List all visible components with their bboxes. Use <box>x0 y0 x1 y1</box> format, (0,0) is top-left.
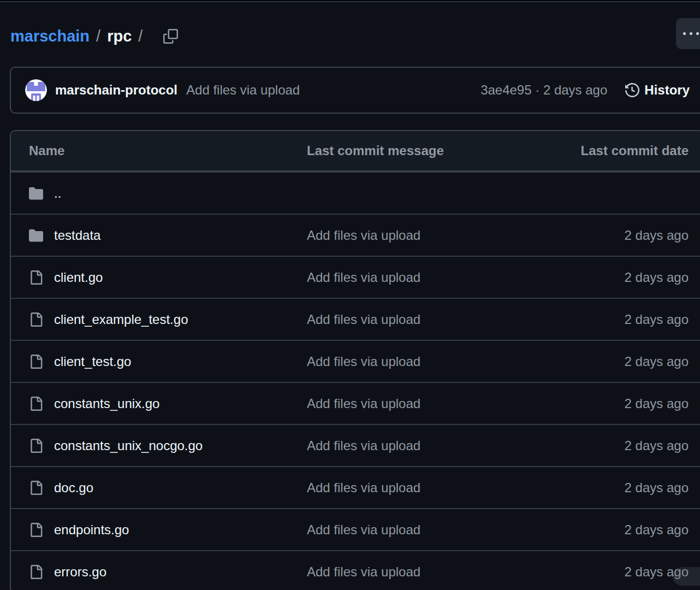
file-link[interactable]: client_example_test.go <box>54 312 188 327</box>
row-commit-date: 2 days ago <box>569 438 700 453</box>
kebab-horizontal-icon <box>683 32 686 35</box>
row-commit-message-link[interactable]: Add files via upload <box>307 564 420 579</box>
breadcrumb-current-folder: rpc <box>107 23 132 49</box>
top-border-strip <box>0 0 700 2</box>
file-link[interactable]: constants_unix_nocgo.go <box>54 438 203 453</box>
file-link[interactable]: constants_unix.go <box>54 396 159 411</box>
row-commit-message-link[interactable]: Add files via upload <box>307 228 420 243</box>
commit-author-link[interactable]: marschain-protocol <box>55 82 177 98</box>
table-row[interactable]: client_example_test.go Add files via upl… <box>11 298 700 340</box>
row-commit-date: 2 days ago <box>569 522 700 538</box>
row-commit-message-link[interactable]: Add files via upload <box>307 270 420 285</box>
header-name: Name <box>11 143 307 158</box>
faint-overlay-badge <box>673 567 700 586</box>
header-last-commit-date: Last commit date <box>569 143 700 158</box>
row-commit-message-link[interactable]: Add files via upload <box>307 396 420 411</box>
copy-icon <box>163 29 178 44</box>
file-link[interactable]: client.go <box>54 270 103 285</box>
file-link[interactable]: .. <box>54 186 61 201</box>
history-clock-icon <box>625 83 639 97</box>
file-icon <box>29 565 43 579</box>
row-commit-message-link[interactable]: Add files via upload <box>307 438 420 453</box>
history-label: History <box>644 82 690 98</box>
commit-meta: 3ae4e95 · 2 days ago History <box>480 82 690 98</box>
table-row[interactable]: doc.go Add files via upload 2 days ago <box>11 466 700 508</box>
table-row[interactable]: client.go Add files via upload 2 days ag… <box>11 256 700 298</box>
file-table-header: Name Last commit message Last commit dat… <box>11 131 700 172</box>
file-link[interactable]: errors.go <box>54 564 106 580</box>
row-commit-date: 2 days ago <box>569 312 700 327</box>
row-commit-date: 2 days ago <box>569 270 700 285</box>
folder-icon <box>29 228 43 243</box>
row-commit-message-link[interactable]: Add files via upload <box>307 480 420 495</box>
file-icon <box>29 481 43 495</box>
table-row[interactable]: constants_unix_nocgo.go Add files via up… <box>11 424 700 466</box>
folder-icon <box>29 186 43 200</box>
more-options-button[interactable] <box>676 18 700 49</box>
commit-sha-and-date[interactable]: 3ae4e95 · 2 days ago <box>480 82 607 98</box>
breadcrumb-separator: / <box>96 23 100 49</box>
breadcrumb: marschain / rpc / <box>10 23 180 49</box>
row-commit-date: 2 days ago <box>569 396 700 411</box>
table-row-parent-dir[interactable]: .. <box>11 172 700 214</box>
avatar[interactable] <box>25 79 47 101</box>
file-icon <box>29 312 43 327</box>
row-commit-date: 2 days ago <box>569 228 700 243</box>
file-icon <box>29 439 43 453</box>
breadcrumb-separator: / <box>138 23 143 49</box>
row-commit-date: 2 days ago <box>569 480 700 495</box>
file-link[interactable]: client_test.go <box>54 354 131 369</box>
commit-message-link[interactable]: Add files via upload <box>186 82 300 98</box>
header-last-commit-message: Last commit message <box>307 143 569 158</box>
file-link[interactable]: endpoints.go <box>54 522 129 538</box>
table-row[interactable]: constants_unix.go Add files via upload 2… <box>11 382 700 424</box>
row-commit-message-link[interactable]: Add files via upload <box>307 312 420 327</box>
file-icon <box>29 270 43 285</box>
table-row[interactable]: testdata Add files via upload 2 days ago <box>11 214 700 256</box>
file-icon <box>29 397 43 411</box>
breadcrumb-repo-link[interactable]: marschain <box>10 23 90 49</box>
row-commit-message-link[interactable]: Add files via upload <box>307 354 420 369</box>
file-table: Name Last commit message Last commit dat… <box>10 130 700 590</box>
row-commit-date: 2 days ago <box>569 354 700 369</box>
file-link[interactable]: testdata <box>54 228 100 243</box>
table-row[interactable]: endpoints.go Add files via upload 2 days… <box>11 508 700 550</box>
file-icon <box>29 355 43 369</box>
file-link[interactable]: doc.go <box>54 480 93 495</box>
latest-commit-bar: marschain-protocol Add files via upload … <box>10 67 700 114</box>
table-row[interactable]: errors.go Add files via upload 2 days ag… <box>11 550 700 590</box>
copy-path-button[interactable] <box>161 26 180 46</box>
history-button[interactable]: History <box>625 82 690 98</box>
row-commit-message-link[interactable]: Add files via upload <box>307 522 420 537</box>
file-icon <box>29 523 43 537</box>
table-row[interactable]: client_test.go Add files via upload 2 da… <box>11 340 700 382</box>
